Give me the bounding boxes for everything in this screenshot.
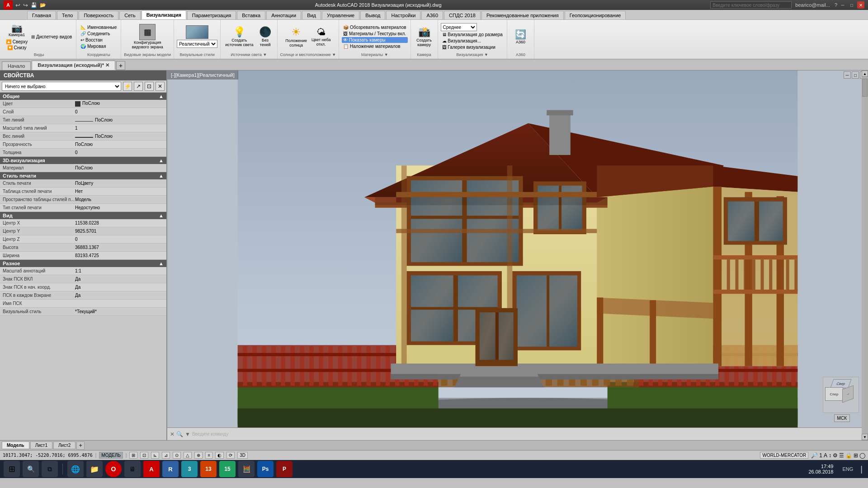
tab-nachalo[interactable]: Начало bbox=[2, 61, 31, 70]
selection-cycle-btn[interactable]: ⟳ bbox=[226, 452, 235, 459]
show-desktop-btn[interactable]: | bbox=[859, 465, 864, 474]
quick-access-undo[interactable]: ↩ bbox=[15, 2, 20, 9]
tab-sheet2[interactable]: Лист2 bbox=[53, 441, 75, 449]
overlay-materials-btn[interactable]: 📋 Наложение материалов bbox=[342, 43, 407, 49]
tab-annotatsii[interactable]: Аннотации bbox=[266, 11, 301, 19]
sverhu-btn[interactable]: 🔼 Сверху bbox=[5, 39, 29, 45]
toggle-panel-btn[interactable]: ✕ bbox=[156, 82, 165, 91]
annotation-visibility-icon[interactable]: A bbox=[824, 452, 827, 459]
cmd-search-icon[interactable]: 🔍 bbox=[176, 431, 183, 437]
tab-vid[interactable]: Вид bbox=[302, 11, 321, 19]
render-quality-select[interactable]: Среднее bbox=[441, 23, 477, 31]
pick-box-btn[interactable]: ⊡ bbox=[145, 82, 154, 91]
dispatcher-btn[interactable]: ⊞ Диспетчер видов bbox=[30, 34, 73, 40]
polar-btn[interactable]: ⊿ bbox=[162, 452, 170, 459]
taskbar-autocad-btn[interactable]: A bbox=[143, 461, 160, 477]
annotation-scale-icon[interactable]: 1 bbox=[819, 452, 822, 459]
create-light-btn[interactable]: 💡 Создатьисточник света bbox=[223, 25, 255, 48]
model-space-btn[interactable]: МОДЕЛЬ bbox=[99, 452, 123, 459]
tab-vstavka[interactable]: Вставка bbox=[237, 11, 265, 19]
no-shadows-btn[interactable]: 🌑 Безтеней bbox=[256, 25, 274, 48]
named-btn[interactable]: 📐 Именованные bbox=[79, 24, 118, 30]
taskbar-ie-btn[interactable]: 🌐 bbox=[67, 461, 84, 477]
world-mercator-btn[interactable]: WORLD-MERCATOR bbox=[760, 452, 808, 459]
materials-browser-btn[interactable]: 📦 Обозреватель материалов bbox=[342, 24, 407, 30]
tab-visualization-doc[interactable]: Визуализация (исходный)* ✕ bbox=[32, 61, 115, 70]
taskbar-calc-btn[interactable]: 🧮 bbox=[238, 461, 255, 477]
tab-parametrizatsiya[interactable]: Параметризация bbox=[187, 11, 236, 19]
ortho-btn[interactable]: ⊾ bbox=[151, 452, 159, 459]
sky-color-btn[interactable]: 🌤 Цвет небаоткл. bbox=[310, 26, 333, 47]
add-layout-tab-btn[interactable]: + bbox=[76, 441, 85, 450]
tab-spds[interactable]: СПДС 2018 bbox=[444, 11, 481, 19]
vis-style-select[interactable]: Реалистичный bbox=[177, 40, 217, 48]
help-btn[interactable]: ? bbox=[835, 2, 837, 8]
apply-materials-btn[interactable]: 👁 Показать камеры bbox=[342, 37, 407, 43]
lock-icon[interactable]: 🔒 bbox=[845, 452, 852, 459]
grid-btn[interactable]: ⊞ bbox=[129, 452, 137, 459]
search-input[interactable] bbox=[710, 1, 792, 9]
taskbar-3ds-btn[interactable]: 3 bbox=[181, 461, 198, 477]
camera-btn[interactable]: 📷 Камера1 bbox=[7, 23, 27, 38]
create-camera-btn[interactable]: 📸 Создатькамеру bbox=[415, 25, 434, 48]
viewport[interactable]: [-][Камера1][Реалистичный] ─ □ ✕ bbox=[167, 70, 868, 440]
language-indicator[interactable]: ENG bbox=[840, 466, 856, 472]
maximize-btn[interactable]: □ bbox=[848, 1, 855, 9]
selection-dropdown[interactable]: Ничего не выбрано bbox=[2, 82, 121, 91]
section-misc[interactable]: Разное ▲ bbox=[0, 260, 166, 267]
render-to-size-btn[interactable]: 🖥 Визуализация до размера bbox=[441, 32, 504, 38]
units-icon[interactable]: ☰ bbox=[839, 452, 844, 459]
tab-telo[interactable]: Тело bbox=[57, 11, 78, 19]
otrack-btn[interactable]: △ bbox=[184, 452, 192, 459]
snizu-btn[interactable]: 🔽 Снизу bbox=[6, 45, 28, 51]
section-3d-viz[interactable]: 3D-визуализация ▲ bbox=[0, 157, 166, 164]
quick-access-save[interactable]: 💾 bbox=[31, 2, 37, 8]
tab-set[interactable]: Сеть bbox=[119, 11, 140, 19]
taskbar-ps-btn[interactable]: Ps bbox=[257, 461, 274, 477]
section-print-style[interactable]: Стиль печати ▲ bbox=[0, 172, 166, 179]
osnap-btn[interactable]: ⊙ bbox=[173, 452, 181, 459]
tab-a360[interactable]: А360 bbox=[421, 11, 443, 19]
sun-position-btn[interactable]: ☀ Положениесолнца bbox=[283, 25, 309, 48]
taskbar-explorer-btn[interactable]: 📁 bbox=[86, 461, 103, 477]
lineweight-btn[interactable]: ≡ bbox=[205, 452, 212, 459]
tab-upravlenie[interactable]: Управление bbox=[322, 11, 359, 19]
tab-nastrojki[interactable]: Настройки bbox=[386, 11, 420, 19]
section-view[interactable]: Вид ▲ bbox=[0, 212, 166, 219]
world-btn[interactable]: 🌍 Мировая bbox=[79, 43, 118, 49]
tab-glavnaya[interactable]: Главная bbox=[27, 11, 56, 19]
dynamic-input-btn[interactable]: ⊕ bbox=[194, 452, 203, 459]
a360-btn[interactable]: 🔄 А360 bbox=[511, 28, 529, 45]
section-obshchee[interactable]: Общие ▲ bbox=[0, 93, 166, 100]
cmd-arrow-icon[interactable]: ▼ bbox=[185, 431, 190, 437]
quick-access-open[interactable]: 📂 bbox=[40, 2, 46, 8]
render-cloud-btn[interactable]: ☁ Визуализация... bbox=[441, 38, 504, 44]
tab-vizualizatsiya[interactable]: Визуализация bbox=[142, 10, 186, 19]
annotations-auto-icon[interactable]: ↕ bbox=[829, 452, 831, 459]
hardware-icon[interactable]: ⊞ bbox=[854, 452, 858, 459]
taskbar-pdf-btn[interactable]: P bbox=[276, 461, 292, 477]
app-logo[interactable]: A bbox=[4, 0, 13, 9]
connect-btn[interactable]: 🔗 Соединить bbox=[79, 31, 118, 37]
render-gallery-btn[interactable]: 🖼 Галерея визуализации bbox=[441, 44, 504, 50]
taskbar-revit-btn[interactable]: R bbox=[162, 461, 179, 477]
snap-btn[interactable]: ⊡ bbox=[140, 452, 148, 459]
cmd-close-icon[interactable]: ✕ bbox=[170, 431, 175, 437]
nav-cube[interactable]: Свер Спер → bbox=[823, 377, 859, 413]
viewport-config-btn[interactable]: ▦ Конфигурациявидового экрана bbox=[130, 23, 165, 50]
scroll-down-btn[interactable]: ▼ bbox=[862, 434, 868, 440]
start-btn[interactable]: ⊞ bbox=[4, 461, 20, 477]
taskbar-app13-btn[interactable]: 13 bbox=[200, 461, 217, 477]
3d-osnap-btn[interactable]: 3D bbox=[237, 452, 248, 459]
task-view-btn[interactable]: ⧉ bbox=[42, 461, 58, 477]
taskbar-settings-btn[interactable]: 🖥 bbox=[124, 461, 141, 477]
tab-sheet1[interactable]: Лист1 bbox=[30, 441, 52, 449]
quick-select-btn[interactable]: ⚡ bbox=[123, 82, 132, 91]
viewport-minimize-btn[interactable]: ─ bbox=[844, 71, 851, 79]
workspace-icon[interactable]: ⚙ bbox=[833, 452, 838, 459]
scroll-thumb[interactable] bbox=[862, 79, 868, 97]
viewport-restore-btn[interactable]: □ bbox=[852, 71, 859, 79]
tab-geo[interactable]: Геопозиционирование bbox=[565, 11, 626, 19]
close-btn[interactable]: ✕ bbox=[857, 1, 864, 9]
tab-model[interactable]: Модель bbox=[2, 441, 29, 449]
